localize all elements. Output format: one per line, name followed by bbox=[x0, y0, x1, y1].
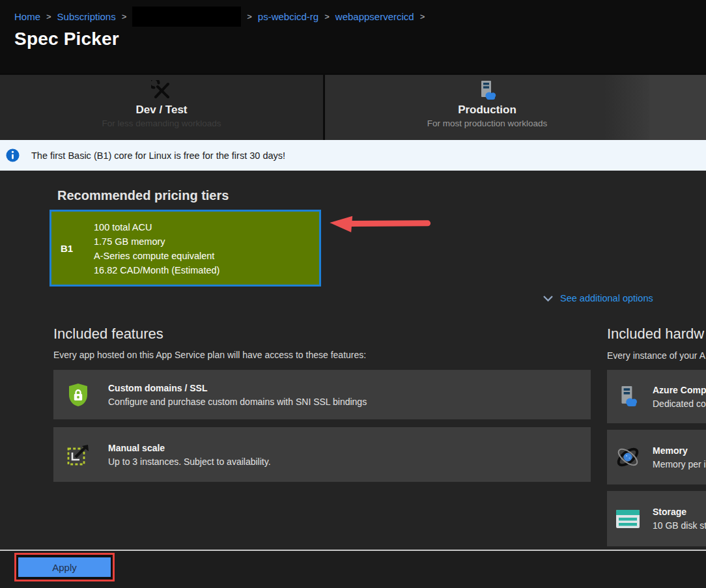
storage-disk-icon bbox=[614, 509, 642, 529]
breadcrumb-chevron-icon: > bbox=[324, 12, 330, 21]
tier-card-b1[interactable]: B1 100 total ACU 1.75 GB memory A-Series… bbox=[49, 210, 321, 287]
annotation-box: Apply bbox=[14, 553, 115, 581]
hardware-description: Memory per i bbox=[653, 459, 706, 469]
tab-label: Dev / Test bbox=[135, 104, 187, 117]
breadcrumb-chevron-icon: > bbox=[46, 12, 51, 21]
feature-description: Up to 3 instances. Subject to availabili… bbox=[108, 456, 271, 467]
server-cloud-icon bbox=[478, 80, 496, 101]
breadcrumb-chevron-icon: > bbox=[122, 12, 127, 21]
breadcrumb-app-service-plan[interactable]: webappservercicd bbox=[335, 11, 414, 22]
hardware-card-compute: Azure Compu Dedicated co bbox=[607, 370, 706, 423]
breadcrumb-subscriptions[interactable]: Subscriptions bbox=[57, 11, 116, 22]
manual-scale-icon bbox=[64, 442, 92, 467]
hardware-card-memory: Memory Memory per i bbox=[607, 430, 706, 484]
portal-header: Home > Subscriptions > > ps-webcicd-rg >… bbox=[0, 0, 706, 73]
hardware-title: Memory bbox=[653, 445, 706, 456]
feature-title: Manual scale bbox=[108, 443, 271, 453]
included-hardware-subtitle: Every instance of your A bbox=[607, 350, 705, 361]
tab-partial-next[interactable] bbox=[649, 75, 706, 140]
breadcrumb-home[interactable]: Home bbox=[14, 11, 40, 22]
server-cloud-icon bbox=[614, 385, 642, 408]
hardware-description: Dedicated co bbox=[653, 399, 706, 409]
tab-subtitle: For most production workloads bbox=[427, 119, 548, 128]
breadcrumb-resource-group[interactable]: ps-webcicd-rg bbox=[258, 11, 318, 22]
included-features-heading: Included features bbox=[53, 326, 163, 343]
tier-detail-line: 16.82 CAD/Month (Estimated) bbox=[94, 263, 219, 277]
see-additional-options-label: See additional options bbox=[560, 293, 653, 303]
tier-detail-line: A-Series compute equivalent bbox=[94, 249, 219, 263]
atom-icon bbox=[614, 443, 642, 471]
tier-detail-line: 100 total ACU bbox=[94, 220, 219, 234]
included-features-subtitle: Every app hosted on this App Service pla… bbox=[53, 350, 366, 360]
tier-detail-line: 1.75 GB memory bbox=[94, 234, 219, 249]
hardware-card-storage: Storage 10 GB disk sto bbox=[607, 491, 706, 546]
tab-dev-test[interactable]: Dev / Test For less demanding workloads bbox=[0, 75, 323, 140]
breadcrumb: Home > Subscriptions > > ps-webcicd-rg >… bbox=[14, 5, 425, 27]
breadcrumb-chevron-icon: > bbox=[420, 12, 425, 21]
hardware-title: Azure Compu bbox=[653, 385, 706, 395]
feature-card-manual-scale: Manual scale Up to 3 instances. Subject … bbox=[53, 427, 591, 482]
included-hardware-heading: Included hardw bbox=[607, 326, 704, 343]
feature-card-custom-domains: Custom domains / SSL Configure and purch… bbox=[53, 370, 591, 419]
tab-label: Production bbox=[458, 104, 516, 117]
hardware-title: Storage bbox=[653, 507, 706, 517]
info-banner: The first Basic (B1) core for Linux is f… bbox=[0, 140, 706, 171]
see-additional-options-link[interactable]: See additional options bbox=[543, 293, 653, 303]
page-title: Spec Picker bbox=[14, 29, 119, 49]
tier-details: 100 total ACU 1.75 GB memory A-Series co… bbox=[94, 220, 219, 277]
plan-category-tabs: Dev / Test For less demanding workloads … bbox=[0, 73, 706, 140]
chevron-down-icon bbox=[543, 295, 554, 302]
breadcrumb-redacted-subscription[interactable] bbox=[132, 7, 241, 27]
tab-subtitle: For less demanding workloads bbox=[102, 119, 221, 128]
apply-button[interactable]: Apply bbox=[18, 557, 111, 577]
banner-message: The first Basic (B1) core for Linux is f… bbox=[31, 150, 285, 161]
tier-code: B1 bbox=[61, 243, 73, 254]
tab-production[interactable]: Production For most production workloads bbox=[325, 75, 649, 140]
feature-title: Custom domains / SSL bbox=[108, 383, 367, 393]
spec-picker-screen: Home > Subscriptions > > ps-webcicd-rg >… bbox=[0, 0, 706, 588]
shield-lock-icon bbox=[64, 383, 92, 407]
feature-description: Configure and purchase custom domains wi… bbox=[108, 397, 367, 407]
hardware-description: 10 GB disk sto bbox=[653, 520, 706, 531]
wrench-screwdriver-icon bbox=[151, 80, 172, 101]
recommended-tiers-heading: Recommended pricing tiers bbox=[57, 188, 229, 203]
annotation-arrow-icon bbox=[324, 208, 435, 245]
info-icon bbox=[6, 148, 20, 165]
breadcrumb-chevron-icon: > bbox=[247, 12, 252, 21]
